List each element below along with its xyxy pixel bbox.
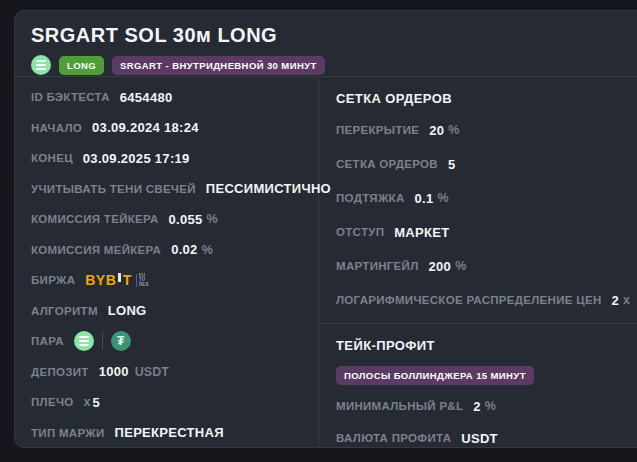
field-label: НАЧАЛО: [31, 122, 82, 134]
field-value: 2: [473, 399, 481, 414]
field-value: 0.1: [415, 191, 434, 206]
field-label: МАРТИНГЕЙЛ: [336, 260, 419, 272]
field-profit-currency: ВАЛЮТА ПРОФИТА USDT: [336, 422, 630, 448]
field-exchange: БИРЖА BYBT FU TU RES: [31, 265, 308, 296]
card-header: SRGART SOL 30м LONG LONG SRGART - ВНУТРИ…: [15, 11, 637, 75]
section-title-take-profit: ТЕЙК-ПРОФИТ: [336, 330, 630, 360]
field-value: 0.055: [169, 212, 203, 227]
take-profit-badge-row: ПОЛОСЫ БОЛЛИНДЖЕРА 15 МИНУТ: [336, 360, 630, 390]
field-unit: %: [485, 399, 496, 413]
field-value: 20: [429, 123, 444, 138]
field-unit: х: [623, 293, 630, 307]
field-leverage: ПЛЕЧО x 5: [31, 387, 308, 418]
field-label: ПАРА: [31, 335, 64, 347]
field-value: 1000: [99, 364, 129, 379]
direction-badge: LONG: [59, 56, 104, 75]
page-title: SRGART SOL 30м LONG: [31, 23, 621, 47]
field-label: МИНИМАЛЬНЫЙ P&L: [336, 400, 463, 412]
bybit-i-bar: [118, 273, 121, 282]
right-column: СЕТКА ОРДЕРОВ ПЕРЕКРЫТИЕ 20 % СЕТКА ОРДЕ…: [319, 77, 637, 447]
badge-row: LONG SRGART - ВНУТРИДНЕВНОЙ 30 МИНУТ: [31, 55, 621, 75]
field-value: 200: [429, 259, 452, 274]
bybit-logo-text: BYB: [85, 272, 116, 288]
field-trailing: ПОДТЯЖКА 0.1 %: [336, 181, 630, 215]
field-unit: %: [448, 123, 459, 137]
field-label: ТИП МАРЖИ: [31, 427, 105, 439]
field-pair: ПАРА ₮: [31, 326, 308, 357]
field-prefix: x: [84, 395, 91, 409]
field-deposit: ДЕПОЗИТ 1000 USDT: [31, 357, 308, 388]
field-label: ОТСТУП: [336, 226, 384, 238]
section-title-grid: СЕТКА ОРДЕРОВ: [336, 83, 630, 113]
field-indent: ОТСТУП МАРКЕТ: [336, 215, 630, 249]
card-content: ID БЭКТЕСТА 6454480 НАЧАЛО 03.09.2024 18…: [15, 77, 637, 447]
bollinger-badge: ПОЛОСЫ БОЛЛИНДЖЕРА 15 МИНУТ: [336, 366, 534, 385]
solana-icon: [74, 331, 94, 351]
field-value: 03.09.2024 18:24: [92, 120, 199, 135]
field-algorithm: АЛГОРИТМ LONG: [31, 296, 308, 327]
field-label: КОНЕЦ: [31, 152, 73, 164]
field-unit: %: [438, 191, 449, 205]
take-profit-section: ТЕЙК-ПРОФИТ ПОЛОСЫ БОЛЛИНДЖЕРА 15 МИНУТ …: [336, 324, 630, 448]
field-maker-fee: КОМИССИЯ МЕЙКЕРА 0.02 %: [31, 235, 308, 266]
field-candle-shadows: УЧИТЫВАТЬ ТЕНИ СВЕЧЕЙ ПЕССИМИСТИЧНО: [31, 174, 308, 205]
field-unit: USDT: [135, 365, 169, 379]
field-min-pnl: МИНИМАЛЬНЫЙ P&L 2 %: [336, 390, 630, 422]
field-label: УЧИТЫВАТЬ ТЕНИ СВЕЧЕЙ: [31, 183, 196, 195]
field-end: КОНЕЦ 03.09.2025 17:19: [31, 143, 308, 174]
field-martingale: МАРТИНГЕЙЛ 200 %: [336, 249, 630, 283]
field-taker-fee: КОМИССИЯ ТЕЙКЕРА 0.055 %: [31, 204, 308, 235]
field-log-distribution: ЛОГАРИФМИЧЕСКОЕ РАСПРЕДЕЛЕНИЕ ЦЕН 2 х: [336, 283, 630, 317]
field-unit: %: [207, 212, 218, 226]
field-label: ЛОГАРИФМИЧЕСКОЕ РАСПРЕДЕЛЕНИЕ ЦЕН: [336, 294, 602, 306]
field-label: ПЛЕЧО: [31, 396, 74, 408]
field-label: КОМИССИЯ ТЕЙКЕРА: [31, 213, 159, 225]
field-value: 03.09.2025 17:19: [83, 151, 190, 166]
backtest-details-card: SRGART SOL 30м LONG LONG SRGART - ВНУТРИ…: [14, 10, 637, 448]
field-label: БИРЖА: [31, 274, 75, 286]
field-value: USDT: [461, 431, 498, 446]
field-label: ДЕПОЗИТ: [31, 366, 89, 378]
field-value: 0.02: [171, 242, 198, 257]
field-value: МАРКЕТ: [394, 225, 449, 240]
bybit-futures-label: FU TU RES: [136, 274, 149, 288]
field-backtest-id: ID БЭКТЕСТА 6454480: [31, 82, 308, 113]
field-value: LONG: [108, 303, 147, 318]
pair-icons: ₮: [74, 331, 131, 351]
left-column: ID БЭКТЕСТА 6454480 НАЧАЛО 03.09.2024 18…: [15, 77, 319, 447]
field-label: КОМИССИЯ МЕЙКЕРА: [31, 244, 161, 256]
field-value: 5: [448, 157, 456, 172]
field-value: ПЕССИМИСТИЧНО: [206, 181, 331, 196]
field-label: ВАЛЮТА ПРОФИТА: [336, 432, 451, 444]
field-unit: %: [455, 259, 466, 273]
pair-divider: [102, 332, 103, 350]
field-label: ПОДТЯЖКА: [336, 192, 405, 204]
field-label: СЕТКА ОРДЕРОВ: [336, 158, 438, 170]
field-label: ID БЭКТЕСТА: [31, 91, 110, 103]
bybit-logo: BYBT FU TU RES: [85, 272, 148, 288]
field-start: НАЧАЛО 03.09.2024 18:24: [31, 113, 308, 144]
field-value: 6454480: [120, 90, 173, 105]
field-label: АЛГОРИТМ: [31, 305, 98, 317]
bybit-logo-t: T: [123, 272, 132, 288]
field-value: 2: [612, 293, 620, 308]
strategy-badge: SRGART - ВНУТРИДНЕВНОЙ 30 МИНУТ: [112, 56, 325, 75]
field-grid-orders: СЕТКА ОРДЕРОВ 5: [336, 147, 630, 181]
tether-icon: ₮: [111, 331, 131, 351]
field-unit: %: [202, 243, 213, 257]
field-value: 5: [92, 395, 100, 410]
field-overlap: ПЕРЕКРЫТИЕ 20 %: [336, 113, 630, 147]
solana-icon: [31, 55, 51, 75]
field-margin-type: ТИП МАРЖИ ПЕРЕКРЕСТНАЯ: [31, 418, 308, 449]
field-label: ПЕРЕКРЫТИЕ: [336, 124, 419, 136]
field-value: ПЕРЕКРЕСТНАЯ: [115, 425, 224, 440]
